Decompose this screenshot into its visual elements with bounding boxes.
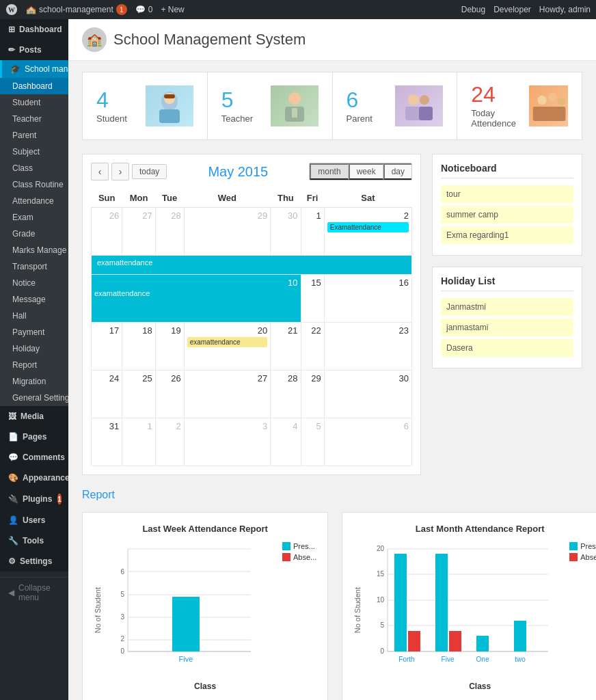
calendar-cell[interactable]: 1 (122, 418, 155, 466)
calendar-cell[interactable]: 5 (301, 418, 324, 466)
sidebar-plugins-header[interactable]: 🔌 Plugins 1 (0, 488, 68, 510)
stat-card-teacher[interactable]: 5 Teacher (208, 72, 333, 139)
calendar-week-5: 31123456 (92, 418, 412, 466)
sidebar-item-class[interactable]: Class (0, 160, 68, 176)
calendar-cell[interactable]: 27 (122, 208, 155, 256)
calendar-cell[interactable]: 26 (92, 208, 122, 256)
notice-item[interactable]: tour (441, 185, 573, 203)
holiday-item[interactable]: janmastami (441, 319, 573, 336)
sidebar-dashboard-header[interactable]: ⊞ Dashboard (0, 19, 68, 40)
notice-item[interactable]: summer camp (441, 206, 573, 224)
calendar-cell[interactable]: 25 (122, 371, 155, 418)
calendar-cell[interactable]: 23 (324, 323, 411, 371)
holiday-item[interactable]: Janmastmi (441, 298, 573, 316)
calendar-month-view-button[interactable]: month (310, 163, 348, 180)
sidebar-item-hall[interactable]: Hall (0, 308, 68, 324)
svg-point-10 (420, 95, 429, 105)
calendar-today-button[interactable]: today (132, 164, 167, 179)
calendar-cell[interactable]: 29 (184, 208, 271, 256)
calendar-span-partial[interactable]: 10examattendance (92, 275, 301, 323)
sidebar-item-dashboard[interactable]: Dashboard (0, 78, 68, 94)
calendar-cell[interactable]: 28 (271, 371, 301, 418)
messages-item[interactable]: 💬 0 (135, 5, 153, 14)
media-icon: 🖼 (8, 412, 16, 421)
sidebar-item-holiday[interactable]: Holiday (0, 340, 68, 357)
calendar-cell[interactable]: 29 (301, 371, 324, 418)
sidebar-item-subject[interactable]: Subject (0, 144, 68, 160)
sidebar-item-teacher[interactable]: Teacher (0, 111, 68, 127)
calendar-cell[interactable]: 27 (184, 371, 271, 418)
calendar-cell[interactable]: 31 (92, 418, 122, 466)
calendar-cell[interactable]: 1 (301, 208, 324, 256)
sidebar-tools-header[interactable]: 🔧 Tools (0, 530, 68, 551)
calendar-event-span[interactable]: examattendance (97, 258, 406, 267)
sidebar-users-header[interactable]: 👤 Users (0, 510, 68, 530)
calendar-cell[interactable]: 26 (155, 371, 184, 418)
sidebar-posts-header[interactable]: ✏ Posts (0, 40, 68, 60)
calendar-cell[interactable]: 2Examattendance (324, 208, 411, 256)
notice-item[interactable]: Exma regarding1 (441, 226, 573, 244)
sidebar-item-student[interactable]: Student (0, 94, 68, 111)
calendar-cell[interactable]: 30 (324, 371, 411, 418)
calendar-cell[interactable]: 22 (301, 323, 324, 371)
calendar-cell[interactable]: 21 (271, 323, 301, 371)
sidebar-item-class-routine[interactable]: Class Routine (0, 176, 68, 193)
calendar-event-partial[interactable]: examattendance (94, 289, 298, 297)
sidebar-item-migration[interactable]: Migration (0, 373, 68, 390)
calendar-cell[interactable]: 17 (92, 323, 122, 371)
sidebar-media-header[interactable]: 🖼 Media (0, 406, 68, 427)
attendance-image (529, 85, 568, 126)
calendar-cell[interactable]: 28 (155, 208, 184, 256)
calendar-prev-button[interactable]: ‹ (91, 163, 109, 180)
calendar-event[interactable]: Examattendance (327, 222, 409, 232)
new-content-item[interactable]: + New (161, 5, 184, 14)
calendar-cell[interactable]: 15 (301, 275, 324, 323)
calendar-cell[interactable]: 18 (122, 323, 155, 371)
stat-card-student[interactable]: 4 Student (83, 72, 208, 139)
calendar-cell[interactable]: 20examattendance (184, 323, 271, 371)
calendar-week-4: 24252627282930 (92, 371, 412, 418)
sidebar-item-parent[interactable]: Parent (0, 127, 68, 144)
calendar-day-view-button[interactable]: day (383, 163, 411, 180)
sidebar-item-transport[interactable]: Transport (0, 258, 68, 275)
calendar-week-view-button[interactable]: week (349, 163, 383, 180)
wp-logo-item[interactable]: W (5, 3, 18, 16)
debug-link[interactable]: Debug (461, 5, 485, 14)
sidebar-pages-header[interactable]: 📄 Pages (0, 427, 68, 447)
legend-present-month: Present (569, 542, 596, 550)
sidebar-item-exam[interactable]: Exam (0, 209, 68, 226)
stat-info-student: 4 Student (96, 89, 127, 124)
calendar-cell[interactable]: 3 (184, 418, 271, 466)
collapse-menu-button[interactable]: ◀ Collapse menu (0, 577, 68, 608)
holiday-item[interactable]: Dasera (441, 339, 573, 357)
calendar-cell[interactable]: 16 (324, 275, 411, 323)
calendar-cell[interactable]: 24 (92, 371, 122, 418)
cal-date-number: 28 (159, 211, 181, 221)
present-label-week: Pres... (293, 542, 315, 550)
calendar-cell[interactable]: 4 (271, 418, 301, 466)
sidebar-item-marks-manage[interactable]: Marks Manage (0, 242, 68, 258)
calendar-cell[interactable]: 19 (155, 323, 184, 371)
sidebar-item-general-settings[interactable]: General Settings (0, 390, 68, 406)
sidebar-item-grade[interactable]: Grade (0, 226, 68, 242)
sidebar-comments-header[interactable]: 💬 Comments (0, 447, 68, 468)
sidebar-item-message[interactable]: Message (0, 291, 68, 308)
sidebar-settings-header[interactable]: ⚙ Settings (0, 551, 68, 571)
sidebar-item-notice[interactable]: Notice (0, 275, 68, 291)
calendar-event[interactable]: examattendance (187, 337, 268, 347)
sidebar-item-school-management[interactable]: 🎓 School management (0, 60, 68, 78)
stat-card-attendance[interactable]: 24 Today Attendence (457, 72, 582, 139)
site-name[interactable]: 🏫 school-management 1 (26, 4, 127, 15)
calendar-cell[interactable]: 30 (271, 208, 301, 256)
calendar-span-cell[interactable]: examattendance (92, 256, 412, 275)
developer-link[interactable]: Developer (493, 5, 531, 14)
svg-text:0: 0 (381, 647, 385, 655)
calendar-next-button[interactable]: › (111, 163, 129, 180)
calendar-cell[interactable]: 2 (155, 418, 184, 466)
calendar-cell[interactable]: 6 (324, 418, 411, 466)
sidebar-appearance-header[interactable]: 🎨 Appearance (0, 468, 68, 488)
sidebar-item-payment[interactable]: Payment (0, 324, 68, 340)
sidebar-item-report[interactable]: Report (0, 357, 68, 373)
stat-card-parent[interactable]: 6 Parent (333, 72, 458, 139)
sidebar-item-attendance[interactable]: Attendance (0, 193, 68, 209)
